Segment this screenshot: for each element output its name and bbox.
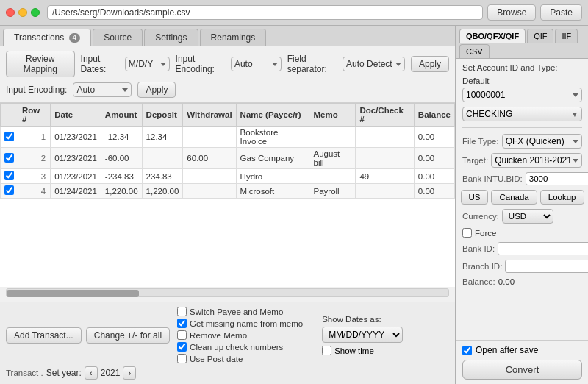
review-mapping-button[interactable]: Review Mapping <box>6 51 75 77</box>
row-checkbox[interactable] <box>4 153 14 163</box>
cleanup-check-numbers-checkbox[interactable] <box>177 342 187 352</box>
file-type-select[interactable]: QFX (Quicken) <box>502 134 582 149</box>
transactions-table: Row # Date Amount Deposit Withdrawal Nam… <box>0 103 455 199</box>
remove-memo-checkbox[interactable] <box>177 330 187 340</box>
tab-renamings[interactable]: Renamings <box>200 29 267 46</box>
us-button[interactable]: US <box>461 190 489 205</box>
bank-buttons-row: US Canada Lookup <box>462 190 582 205</box>
tab-settings[interactable]: Settings <box>144 29 198 46</box>
row-amount: 1,220.00 <box>101 184 142 199</box>
table-row: 3 01/23/2021 -234.83 234.83 Hydro 49 0.0… <box>1 169 455 184</box>
lookup-button[interactable]: Lookup <box>540 190 584 205</box>
add-transact-button[interactable]: Add Transact... <box>6 327 82 344</box>
tab-source[interactable]: Source <box>93 29 143 46</box>
paste-button[interactable]: Paste <box>540 4 582 21</box>
left-panel: Transactions 4 Source Settings Renamings… <box>0 26 456 384</box>
currency-row: Currency: USD <box>462 209 582 224</box>
branch-id-input[interactable] <box>505 260 588 273</box>
canada-button[interactable]: Canada <box>491 190 537 205</box>
balance-value: 0.00 <box>498 277 514 286</box>
col-doc: Doc/Check # <box>356 104 414 127</box>
input-encoding2-select[interactable]: Auto <box>73 82 132 97</box>
dates-section: Show Dates as: MM/DD/YYYY Show time <box>322 315 403 355</box>
tab-transactions[interactable]: Transactions 4 <box>3 29 91 46</box>
fullscreen-icon[interactable] <box>31 8 40 17</box>
row-checkbox[interactable] <box>4 132 14 141</box>
row-doc <box>356 127 414 148</box>
transaction-count-badge: 4 <box>69 33 81 43</box>
show-time-item: Show time <box>322 346 374 355</box>
use-post-date-label: Use Post date <box>190 355 243 363</box>
row-checkbox-cell[interactable] <box>1 184 18 199</box>
col-name: Name (Payee/r) <box>236 104 309 127</box>
account-id-select[interactable]: 10000001 <box>462 88 582 102</box>
fmt-tab-iif[interactable]: IIF <box>555 29 578 43</box>
auto-detect-select[interactable]: Auto Detect <box>343 57 405 71</box>
bottom-right: Open after save Convert <box>456 340 588 384</box>
row-checkbox[interactable] <box>4 185 14 195</box>
right-content: Set Account ID and Type: Default 1000000… <box>456 59 588 340</box>
force-checkbox[interactable] <box>462 228 472 238</box>
year-next-button[interactable]: › <box>123 366 136 380</box>
get-missing-name-checkbox[interactable] <box>177 319 187 328</box>
currency-select[interactable]: USD <box>502 209 553 224</box>
row-deposit: 1,220.00 <box>142 184 183 199</box>
row-date: 01/23/2021 <box>51 127 101 148</box>
input-encoding-select[interactable]: Auto <box>231 57 282 71</box>
open-after-row: Open after save <box>462 345 582 355</box>
row-number: 2 <box>18 148 51 169</box>
fmt-tab-qbo[interactable]: QBO/QFX/QIF <box>459 29 526 43</box>
input-encoding-label: Input Encoding: <box>176 54 225 74</box>
checking-arrow-icon: ▼ <box>571 110 578 118</box>
filepath-display: /Users/serg/Downloads/sample.csv <box>47 5 483 20</box>
row-checkbox-cell[interactable] <box>1 169 18 184</box>
right-spacer <box>462 291 582 335</box>
right-panel: QBO/QFX/QIF QIF IIF CSV Set Account ID a… <box>456 26 588 384</box>
switch-payee-label: Switch Payee and Memo <box>190 307 283 316</box>
minimize-icon[interactable] <box>18 8 27 17</box>
apply-button-2[interactable]: Apply <box>137 82 176 98</box>
show-time-checkbox[interactable] <box>322 346 331 355</box>
apply-button-1[interactable]: Apply <box>411 56 449 72</box>
bottom-row1: Add Transact... Change +/- for all Switc… <box>6 307 449 363</box>
transact-label: Transact . <box>6 369 43 377</box>
browse-button[interactable]: Browse <box>487 4 536 21</box>
row-memo: Payroll <box>309 184 356 199</box>
input-dates-select[interactable]: M/D/Y <box>125 57 170 71</box>
bank-intu-input[interactable] <box>526 172 588 185</box>
year-prev-button[interactable]: ‹ <box>85 366 98 380</box>
open-after-save-checkbox[interactable] <box>462 346 472 355</box>
fmt-tab-csv[interactable]: CSV <box>459 44 490 58</box>
set-year-label: Set year: <box>46 368 82 378</box>
row-checkbox-cell[interactable] <box>1 127 18 148</box>
target-select[interactable]: Quicken 2018-2021 <box>491 153 582 168</box>
fmt-tab-qif[interactable]: QIF <box>527 29 553 43</box>
row-deposit: 234.83 <box>142 169 183 184</box>
branch-id-row: Branch ID: <box>462 260 582 273</box>
row-balance: 0.00 <box>414 169 454 184</box>
row-memo <box>309 127 356 148</box>
row-doc <box>356 148 414 169</box>
horizontal-scrollbar[interactable] <box>6 288 449 297</box>
row-number: 1 <box>18 127 51 148</box>
switch-payee-checkbox[interactable] <box>177 307 187 316</box>
col-balance: Balance <box>414 104 454 127</box>
input-encoding2-label: Input Encoding: <box>6 85 67 95</box>
bank-label: Bank INTU.BID: <box>462 174 523 183</box>
controls-row1: Review Mapping Input Dates: M/D/Y Input … <box>6 51 449 77</box>
divider-1 <box>462 127 582 128</box>
bank-id-input[interactable] <box>498 242 588 255</box>
change-plus-minus-button[interactable]: Change +/- for all <box>86 327 170 344</box>
convert-button[interactable]: Convert <box>462 360 582 380</box>
row-doc: 49 <box>356 169 414 184</box>
dates-format-select[interactable]: MM/DD/YYYY <box>322 327 403 343</box>
use-post-date-checkbox[interactable] <box>177 354 187 363</box>
branch-id-label: Branch ID: <box>462 262 502 271</box>
row-checkbox-cell[interactable] <box>1 148 18 169</box>
row-memo <box>309 169 356 184</box>
close-icon[interactable] <box>6 8 15 17</box>
target-row: Target: Quicken 2018-2021 <box>462 153 582 168</box>
show-dates-label: Show Dates as: <box>322 315 381 324</box>
format-tab-bar: QBO/QFX/QIF QIF IIF CSV <box>456 26 588 59</box>
row-checkbox[interactable] <box>4 171 14 180</box>
